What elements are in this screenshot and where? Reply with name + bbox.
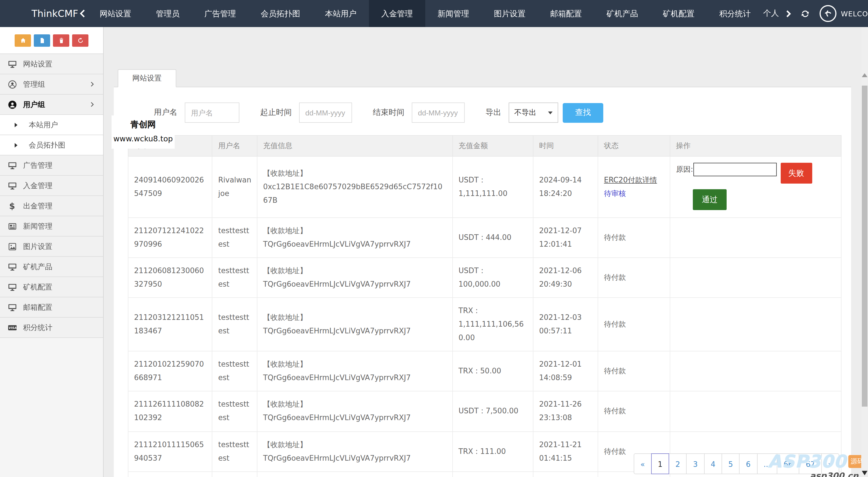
- sidebar-item-2[interactable]: 管理组: [0, 74, 103, 95]
- sidebar-item-9[interactable]: 新闻管理: [0, 216, 103, 236]
- scrollbar-up-icon[interactable]: [862, 73, 867, 77]
- recharge-info-cell: 【收款地址】 TQrGg6oeavEHrmLJcVLiVgVA7yprrvRXJ…: [257, 218, 453, 258]
- table-row: 211201021259070668971testtesttest【收款地址】 …: [128, 351, 841, 391]
- sidebar-item-14[interactable]: VISA积分统计: [0, 318, 103, 338]
- sidebar-item-label: 图片设置: [23, 241, 52, 251]
- page-button-...[interactable]: ...: [757, 453, 777, 474]
- sidebar-item-10[interactable]: 图片设置: [0, 236, 103, 257]
- page-button-1[interactable]: 1: [651, 453, 670, 474]
- scrollbar-thumb[interactable]: [862, 86, 867, 407]
- monitor-icon: [7, 303, 17, 312]
- export-select[interactable]: 不导出: [508, 102, 558, 123]
- nav-item-8[interactable]: 图片设置: [482, 0, 538, 27]
- sidebar-item-8[interactable]: $出金管理: [0, 196, 103, 216]
- action-cell: [670, 391, 841, 432]
- tab-site-settings[interactable]: 网站设置: [118, 69, 176, 87]
- sidebar-item-13[interactable]: 邮箱配置: [0, 297, 103, 318]
- nav-item-personal[interactable]: 个人: [763, 8, 779, 19]
- top-navbar: ThinkCMF 网站设置管理员广告管理会员拓扑图本站用户入金管理新闻管理图片设…: [0, 0, 868, 27]
- sidebar-item-label: 邮箱配置: [23, 302, 52, 312]
- page-button-66[interactable]: 66: [777, 453, 800, 474]
- sidebar-item-6[interactable]: 广告管理: [0, 155, 103, 176]
- address-prefix: 【收款地址】: [263, 169, 307, 178]
- sidebar: 网站设置管理组用户组本站用户会员拓扑图广告管理入金管理$出金管理新闻管理图片设置…: [0, 27, 104, 477]
- status-text: 待付款: [604, 273, 626, 282]
- page-button-5[interactable]: 5: [721, 453, 740, 474]
- sidebar-collapse-button[interactable]: [78, 0, 87, 27]
- page-button-4[interactable]: 4: [704, 453, 722, 474]
- page-prev-button[interactable]: «: [634, 453, 652, 474]
- sidebar-item-1[interactable]: 网站设置: [0, 54, 103, 74]
- home-icon: [20, 37, 26, 44]
- order-id-cell: 211121011115065940537: [128, 432, 212, 471]
- sidebar-item-label: 网站设置: [23, 59, 52, 69]
- welcome-user-label: WELCOME_USER: [841, 9, 868, 18]
- nav-item-6[interactable]: 入金管理: [369, 0, 425, 27]
- nav-item-4[interactable]: 会员拓扑图: [248, 0, 313, 27]
- sidebar-item-label: 管理组: [23, 79, 45, 89]
- username-input[interactable]: [185, 102, 239, 123]
- page-button-3[interactable]: 3: [686, 453, 705, 474]
- sidebar-item-label: 积分统计: [23, 322, 52, 332]
- chevron-right-icon[interactable]: [784, 9, 793, 18]
- recharge-info-cell: 【收款地址】 TQrGg6oeavEHrmLJcVLiVgVA7yprrvRXJ…: [257, 351, 453, 391]
- page-button-2[interactable]: 2: [669, 453, 687, 474]
- nav-item-1[interactable]: 网站设置: [87, 0, 144, 27]
- sidebar-item-11[interactable]: 矿机产品: [0, 257, 103, 277]
- welcome-user-menu[interactable]: WELCOME_USER: [841, 9, 868, 18]
- order-id-cell: 211207121241022970996: [128, 218, 212, 258]
- trash-button[interactable]: [53, 34, 69, 47]
- pending-review-link[interactable]: 待审核: [604, 189, 626, 198]
- user-solid-icon: [7, 100, 17, 109]
- status-text: 待付款: [604, 233, 626, 242]
- page-button-6[interactable]: 6: [739, 453, 757, 474]
- time-value: 14:08:59: [539, 372, 592, 385]
- sidebar-item-label: 出金管理: [23, 201, 52, 211]
- tab-bar: 网站设置: [114, 70, 851, 87]
- payment-detail-link[interactable]: ERC20付款详情: [604, 176, 657, 184]
- search-button[interactable]: 查找: [563, 103, 603, 123]
- nav-item-11[interactable]: 矿机配置: [651, 0, 707, 27]
- nav-item-10[interactable]: 矿机产品: [594, 0, 651, 27]
- username-cell: testtesttest: [212, 432, 257, 471]
- refresh-icon[interactable]: [800, 9, 810, 18]
- sidebar-item-12[interactable]: 矿机配置: [0, 277, 103, 297]
- sidebar-item-label: 新闻管理: [23, 221, 52, 231]
- sidebar-item-5[interactable]: 会员拓扑图: [0, 135, 103, 155]
- home-button[interactable]: [14, 34, 31, 47]
- nav-item-12[interactable]: 积分统计: [707, 0, 763, 27]
- monitor-icon: [8, 303, 17, 312]
- pass-button[interactable]: 通过: [693, 189, 726, 210]
- sidebar-item-3[interactable]: 用户组: [0, 95, 103, 115]
- user-avatar[interactable]: [819, 5, 836, 22]
- monitor-icon: [8, 161, 17, 170]
- column-header: 用户名: [212, 135, 257, 156]
- nav-item-2[interactable]: 管理员: [144, 0, 192, 27]
- page-button-67[interactable]: 67: [799, 453, 822, 474]
- sidebar-item-4[interactable]: 本站用户: [0, 115, 103, 135]
- file-button[interactable]: [34, 34, 50, 47]
- nav-item-5[interactable]: 本站用户: [313, 0, 369, 27]
- fail-button[interactable]: 失败: [780, 163, 812, 184]
- address-value: TQrGg6oeavEHrmLJcVLiVgVA7yprrvRXJ7: [263, 374, 411, 382]
- nav-item-9[interactable]: 邮箱配置: [538, 0, 594, 27]
- sidebar-item-7[interactable]: 入金管理: [0, 176, 103, 196]
- time-value: 18:24:20: [539, 187, 592, 200]
- page-next-button[interactable]: »: [821, 453, 839, 474]
- column-header: 操作: [670, 135, 841, 156]
- date-value: 2021-12-01: [539, 358, 592, 372]
- amount-cell: USDT : 100,000.00: [453, 258, 533, 298]
- recycle-button[interactable]: [72, 34, 88, 47]
- monitor-icon: [8, 262, 17, 271]
- nav-item-7[interactable]: 新闻管理: [425, 0, 482, 27]
- action-cell: [670, 258, 841, 298]
- recharge-info-cell: 【收款地址】 TQrGg6oeavEHrmLJcVLiVgVA7yprrvRXJ…: [257, 298, 453, 351]
- address-prefix: 【收款地址】: [263, 360, 307, 369]
- scrollbar-down-icon[interactable]: [862, 471, 867, 475]
- nav-item-3[interactable]: 广告管理: [192, 0, 248, 27]
- address-prefix: 【收款地址】: [263, 313, 307, 322]
- reason-input[interactable]: [693, 163, 776, 176]
- end-time-input[interactable]: [412, 102, 465, 123]
- start-time-input[interactable]: [299, 102, 352, 123]
- recharge-info-cell: 【收款地址】 TQrGg6oeavEHrmLJcVLiVgVA7yprrvRXJ…: [257, 258, 453, 298]
